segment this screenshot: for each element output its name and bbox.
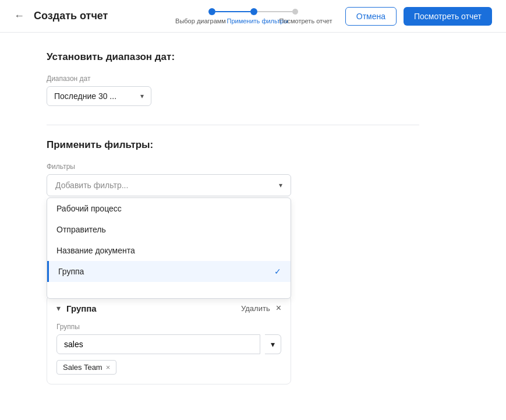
header: ← Создать отчет Выбор диаграмм Применить… <box>0 0 506 33</box>
tag-remove-button[interactable]: × <box>106 363 111 372</box>
filter-option-label: Рабочий процесс <box>56 204 122 213</box>
step-line-2 <box>257 11 292 12</box>
filter-option-workflow[interactable]: Рабочий процесс <box>47 198 291 219</box>
view-report-button[interactable]: Посмотреть отчет <box>404 7 492 26</box>
filter-option-sender[interactable]: Отправитель <box>47 219 291 240</box>
filter-card-header: ▾ Группа Удалить × <box>47 296 291 320</box>
section-divider <box>47 125 419 125</box>
filters-section-title: Применить фильтры: <box>47 139 419 151</box>
groups-dropdown-arrow[interactable]: ▾ <box>265 334 281 354</box>
chevron-down-icon: ▾ <box>271 340 275 349</box>
step-line-1 <box>215 11 250 12</box>
step-label-2: Применить фильтры <box>227 17 279 24</box>
step-dot-1 <box>208 8 215 15</box>
chevron-down-icon: ▾ <box>279 181 282 189</box>
groups-input-row: ▾ <box>56 334 281 354</box>
header-actions: Отмена Посмотреть отчет <box>345 7 492 26</box>
filter-option-label: Название документа <box>56 246 135 255</box>
active-filter-card: ▾ Группа Удалить × Группы ▾ Sales Team × <box>47 295 291 384</box>
filter-dropdown-wrapper: Добавить фильтр... ▾ Рабочий процесс Отп… <box>47 174 419 196</box>
groups-field-label: Группы <box>56 323 281 331</box>
filters-field-label: Фильтры <box>47 163 419 171</box>
step-label-1: Выбор диаграмм <box>175 17 227 24</box>
date-section: Установить диапазон дат: Диапазон дат По… <box>47 51 419 106</box>
date-range-value: Последние 30 ... <box>54 91 116 101</box>
date-field-label: Диапазон дат <box>47 75 419 83</box>
back-icon: ← <box>14 10 24 22</box>
filters-section: Применить фильтры: Фильтры Добавить филь… <box>47 139 419 384</box>
groups-input[interactable] <box>56 334 260 354</box>
close-filter-button[interactable]: × <box>276 303 281 313</box>
tag-label: Sales Team <box>63 363 102 372</box>
filter-dropdown-menu: Рабочий процесс Отправитель Название док… <box>47 197 291 299</box>
step-label-3: Посмотреть отчет <box>279 17 332 24</box>
collapse-icon[interactable]: ▾ <box>56 303 61 313</box>
filter-option-label: Группа <box>58 267 84 276</box>
filter-option-partial <box>47 282 291 298</box>
tags-row: Sales Team × <box>56 360 281 375</box>
cancel-button[interactable]: Отмена <box>345 7 397 26</box>
filter-option-group[interactable]: Группа ✓ <box>47 261 291 282</box>
add-filter-dropdown[interactable]: Добавить фильтр... ▾ <box>47 174 291 196</box>
stepper-labels: Выбор диаграмм Применить фильтры Посмотр… <box>175 17 332 24</box>
main-content: Установить диапазон дат: Диапазон дат По… <box>0 33 466 420</box>
date-range-dropdown[interactable]: Последние 30 ... ▾ <box>47 86 151 106</box>
add-filter-placeholder: Добавить фильтр... <box>55 181 128 190</box>
filter-card-title: Группа <box>66 303 235 313</box>
date-section-title: Установить диапазон дат: <box>47 51 419 63</box>
step-dot-2 <box>250 8 257 15</box>
filter-option-docname[interactable]: Название документа <box>47 240 291 261</box>
step-dot-3 <box>292 9 298 15</box>
back-button[interactable]: ← <box>14 10 24 22</box>
delete-filter-button[interactable]: Удалить <box>241 304 270 313</box>
filter-card-body: Группы ▾ Sales Team × <box>47 320 291 384</box>
filter-option-label: Отправитель <box>56 225 106 234</box>
checkmark-icon: ✓ <box>274 267 281 276</box>
stepper: Выбор диаграмм Применить фильтры Посмотр… <box>175 8 332 24</box>
chevron-down-icon: ▾ <box>140 92 144 100</box>
page-title: Создать отчет <box>34 10 108 22</box>
tag-sales-team: Sales Team × <box>56 360 116 375</box>
